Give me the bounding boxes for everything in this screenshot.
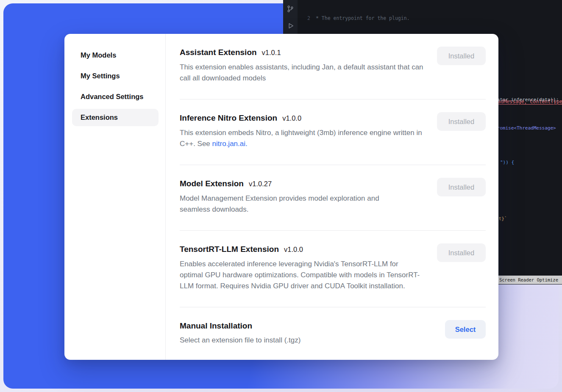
extension-name: Model Extension bbox=[180, 179, 244, 188]
extension-description: This extension embeds Nitro, a lightweig… bbox=[180, 127, 423, 149]
extension-title: TensortRT-LLM Extensionv1.0.0 bbox=[180, 243, 423, 255]
code-fragment: Promise<ThreadMessage> bbox=[494, 125, 556, 131]
extensions-panel: Assistant Extensionv1.0.1 This extension… bbox=[166, 34, 498, 360]
settings-sidebar: My Models My Settings Advanced Settings … bbox=[64, 34, 166, 360]
extension-version: v1.0.0 bbox=[282, 114, 301, 122]
extension-info: Model Extensionv1.0.27 Model Management … bbox=[180, 178, 394, 215]
settings-modal: My Models My Settings Advanced Settings … bbox=[64, 34, 498, 360]
extension-title: Assistant Extensionv1.0.1 bbox=[180, 47, 423, 58]
extension-info: Inference Nitro Extensionv1.0.0 This ext… bbox=[180, 112, 423, 149]
code-fragment: rator.inference(data)); bbox=[494, 97, 559, 102]
extension-version: v1.0.0 bbox=[284, 246, 303, 253]
manual-installation-title: Manual Installation bbox=[180, 320, 300, 331]
manual-installation-info: Manual Installation Select an extension … bbox=[180, 320, 300, 346]
sidebar-item-advanced-settings[interactable]: Advanced Settings bbox=[72, 88, 159, 105]
extension-description: Enables accelerated inference leveraging… bbox=[180, 259, 423, 292]
screen-reader-status-item[interactable]: Screen Reader Optimize bbox=[495, 276, 562, 284]
sidebar-item-extensions[interactable]: Extensions bbox=[72, 109, 159, 126]
extension-version: v1.0.1 bbox=[262, 49, 281, 56]
installed-button[interactable]: Installed bbox=[437, 112, 486, 131]
nitro-jan-ai-link[interactable]: nitro.jan.ai. bbox=[212, 140, 248, 148]
extension-title: Inference Nitro Extensionv1.0.0 bbox=[180, 112, 423, 124]
line-number: 2 bbox=[298, 15, 310, 22]
extension-info: Assistant Extensionv1.0.1 This extension… bbox=[180, 47, 423, 84]
extension-name: Inference Nitro Extension bbox=[180, 113, 277, 122]
extension-name: Assistant Extension bbox=[180, 48, 257, 57]
desktop: 2* The entrypoint for the plugin. 3*/ 4 … bbox=[0, 0, 562, 392]
select-file-button[interactable]: Select bbox=[445, 320, 486, 339]
extension-row: Model Extensionv1.0.27 Model Management … bbox=[180, 165, 486, 231]
run-debug-icon[interactable] bbox=[287, 22, 294, 30]
installed-button[interactable]: Installed bbox=[437, 243, 486, 262]
sidebar-item-my-settings[interactable]: My Settings bbox=[72, 67, 159, 85]
extension-row: Inference Nitro Extensionv1.0.0 This ext… bbox=[180, 99, 486, 165]
manual-installation-description: Select an extension file to install (.tg… bbox=[180, 335, 300, 346]
extension-description: Model Management Extension provides mode… bbox=[180, 193, 394, 215]
extension-name: TensortRT-LLM Extension bbox=[180, 245, 279, 254]
extension-description: This extension enables assistants, inclu… bbox=[180, 62, 423, 84]
sidebar-item-my-models[interactable]: My Models bbox=[72, 47, 159, 64]
code-fragment: ")) { bbox=[500, 160, 514, 165]
extension-row: TensortRT-LLM Extensionv1.0.0 Enables ac… bbox=[180, 231, 486, 307]
code-line: 2* The entrypoint for the plugin. bbox=[298, 15, 562, 22]
source-control-icon[interactable] bbox=[287, 5, 294, 13]
extension-version: v1.0.27 bbox=[249, 180, 272, 188]
extension-title: Model Extensionv1.0.27 bbox=[180, 178, 394, 190]
extension-info: TensortRT-LLM Extensionv1.0.0 Enables ac… bbox=[180, 243, 423, 292]
installed-button[interactable]: Installed bbox=[437, 47, 486, 65]
manual-installation-row: Manual Installation Select an extension … bbox=[180, 307, 486, 353]
installed-button[interactable]: Installed bbox=[437, 178, 486, 196]
extension-row: Assistant Extensionv1.0.1 This extension… bbox=[180, 34, 486, 99]
